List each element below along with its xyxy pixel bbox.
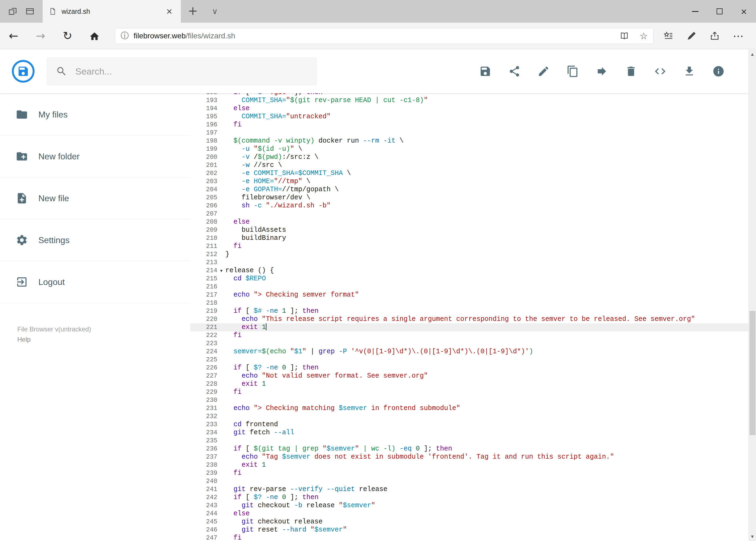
code-line-212[interactable]: 212}	[190, 251, 748, 259]
code-line-200[interactable]: 200 -v /$(pwd):/src:z \	[190, 153, 748, 161]
code-line-236[interactable]: 236 if [ $(git tag | grep "$semver" | wc…	[190, 445, 748, 453]
move-button[interactable]	[596, 65, 608, 78]
code-line-226[interactable]: 226 if [ $? -ne 0 ]; then	[190, 364, 748, 372]
code-line-225[interactable]: 225	[190, 356, 748, 364]
scrollbar-thumb[interactable]	[750, 311, 755, 435]
code-line-244[interactable]: 244 else	[190, 510, 748, 518]
code-editor[interactable]: 192 if [ -d ".git" ]; then193 COMMIT_SHA…	[190, 93, 748, 541]
code-line-205[interactable]: 205 filebrowser/dev \	[190, 194, 748, 202]
info-button[interactable]	[712, 65, 725, 78]
download-button[interactable]	[683, 65, 695, 78]
code-line-198[interactable]: 198 $(command -v winpty) docker run --rm…	[190, 137, 748, 145]
sidebar-item-logout[interactable]: Logout	[0, 261, 190, 303]
page-scrollbar[interactable]: ▲ ▼	[748, 49, 756, 541]
code-line-203[interactable]: 203 -e HOME="//tmp" \	[190, 178, 748, 186]
code-line-202[interactable]: 202 -e COMMIT_SHA=$COMMIT_SHA \	[190, 169, 748, 178]
code-line-214[interactable]: 214▾release () {	[190, 267, 748, 275]
minimize-button[interactable]	[683, 0, 707, 23]
code-line-221[interactable]: 221 exit 1	[190, 323, 748, 331]
code-line-218[interactable]: 218	[190, 299, 748, 307]
hub-favorites-button[interactable]	[663, 31, 673, 41]
share-button[interactable]	[508, 65, 521, 78]
code-line-233[interactable]: 233 cd frontend	[190, 420, 748, 429]
code-line-213[interactable]: 213	[190, 259, 748, 267]
code-line-238[interactable]: 238 exit 1	[190, 461, 748, 469]
code-line-215[interactable]: 215 cd $REPO	[190, 275, 748, 283]
sidebar-item-new-file[interactable]: New file	[0, 178, 190, 219]
code-line-201[interactable]: 201 -w //src \	[190, 161, 748, 169]
code-line-230[interactable]: 230	[190, 396, 748, 404]
code-line-223[interactable]: 223	[190, 339, 748, 347]
refresh-button[interactable]: ↻	[54, 29, 81, 42]
maximize-button[interactable]	[707, 0, 732, 23]
copy-button[interactable]	[567, 65, 579, 78]
code-line-220[interactable]: 220 echo "This release script requires a…	[190, 315, 748, 323]
code-line-217[interactable]: 217 echo "> Checking semver format"	[190, 291, 748, 299]
code-line-246[interactable]: 246 git reset --hard "$semver"	[190, 526, 748, 534]
code-line-229[interactable]: 229 fi	[190, 388, 748, 396]
tab-wizard-sh[interactable]: wizard.sh ×	[43, 0, 181, 23]
url-text[interactable]: filebrowser.web/files/wizard.sh	[133, 32, 235, 40]
code-line-211[interactable]: 211 fi	[190, 242, 748, 251]
code-line-224[interactable]: 224 semver=$(echo "$1" | grep -P '^v(0|[…	[190, 347, 748, 356]
code-line-210[interactable]: 210 buildBinary	[190, 234, 748, 242]
code-line-232[interactable]: 232	[190, 412, 748, 420]
code-line-193[interactable]: 193 COMMIT_SHA="$(git rev-parse HEAD | c…	[190, 96, 748, 105]
close-window-button[interactable]: ×	[732, 0, 756, 23]
code-line-195[interactable]: 195 COMMIT_SHA="untracked"	[190, 113, 748, 121]
code-line-197[interactable]: 197	[190, 129, 748, 137]
tab-list-chevron-icon[interactable]: ∨	[212, 0, 218, 23]
code-line-192[interactable]: 192 if [ -d ".git" ]; then	[190, 93, 748, 96]
set-tabs-aside-button[interactable]	[8, 7, 17, 16]
help-link[interactable]: Help	[17, 334, 190, 345]
editor-mode-button[interactable]	[654, 65, 666, 78]
sidebar-item-new-folder[interactable]: New folder	[0, 136, 190, 178]
search-input[interactable]	[75, 66, 308, 77]
scrollbar-down-arrow[interactable]: ▼	[749, 532, 756, 541]
site-info-icon[interactable]: ⓘ	[121, 30, 129, 41]
code-line-234[interactable]: 234 git fetch --all	[190, 429, 748, 437]
code-line-207[interactable]: 207	[190, 210, 748, 218]
code-line-199[interactable]: 199 -u "$(id -u)" \	[190, 145, 748, 153]
code-line-241[interactable]: 241 git rev-parse --verify --quiet relea…	[190, 485, 748, 493]
forward-button[interactable]: →	[27, 29, 54, 42]
settings-more-button[interactable]: ⋯	[733, 31, 744, 41]
reading-view-button[interactable]	[620, 31, 629, 41]
scrollbar-up-arrow[interactable]: ▲	[749, 49, 756, 59]
fold-arrow-icon[interactable]: ▾	[217, 267, 225, 275]
code-line-231[interactable]: 231 echo "> Checking matching $semver in…	[190, 404, 748, 412]
code-line-216[interactable]: 216	[190, 283, 748, 291]
add-favorite-star-icon[interactable]: ☆	[640, 31, 648, 41]
code-line-219[interactable]: 219 if [ $# -ne 1 ]; then	[190, 307, 748, 315]
search-box[interactable]	[47, 58, 317, 85]
home-button[interactable]	[81, 29, 108, 42]
new-tab-button[interactable]: +	[188, 0, 198, 23]
code-line-242[interactable]: 242 if [ $? -ne 0 ]; then	[190, 493, 748, 502]
sidebar-item-my-files[interactable]: My files	[0, 94, 190, 136]
address-bar[interactable]: ⓘ filebrowser.web/files/wizard.sh ☆	[115, 28, 653, 44]
back-button[interactable]: ←	[0, 29, 27, 42]
share-page-button[interactable]	[710, 31, 720, 41]
code-line-243[interactable]: 243 git checkout -b release "$semver"	[190, 502, 748, 510]
code-line-227[interactable]: 227 echo "Not valid semver format. See s…	[190, 372, 748, 380]
code-line-222[interactable]: 222 fi	[190, 331, 748, 339]
web-note-button[interactable]	[686, 31, 697, 41]
code-line-204[interactable]: 204 -e GOPATH=//tmp/gopath \	[190, 186, 748, 194]
tabs-preview-button[interactable]	[25, 7, 35, 16]
code-line-240[interactable]: 240	[190, 477, 748, 485]
code-line-196[interactable]: 196 fi	[190, 121, 748, 129]
code-line-237[interactable]: 237 echo "Tag $semver does not exist in …	[190, 453, 748, 461]
code-line-245[interactable]: 245 git checkout release	[190, 518, 748, 526]
code-line-206[interactable]: 206 sh -c "./wizard.sh -b"	[190, 202, 748, 210]
save-button[interactable]	[479, 65, 491, 78]
code-line-247[interactable]: 247 fi	[190, 534, 748, 541]
code-line-208[interactable]: 208 else	[190, 218, 748, 226]
code-line-194[interactable]: 194 else	[190, 105, 748, 113]
rename-button[interactable]	[537, 65, 550, 78]
sidebar-item-settings[interactable]: Settings	[0, 219, 190, 261]
code-line-209[interactable]: 209 buildAssets	[190, 226, 748, 234]
filebrowser-logo[interactable]	[12, 60, 35, 83]
tab-close-icon[interactable]: ×	[164, 0, 175, 23]
delete-button[interactable]	[625, 65, 637, 78]
code-line-228[interactable]: 228 exit 1	[190, 380, 748, 388]
